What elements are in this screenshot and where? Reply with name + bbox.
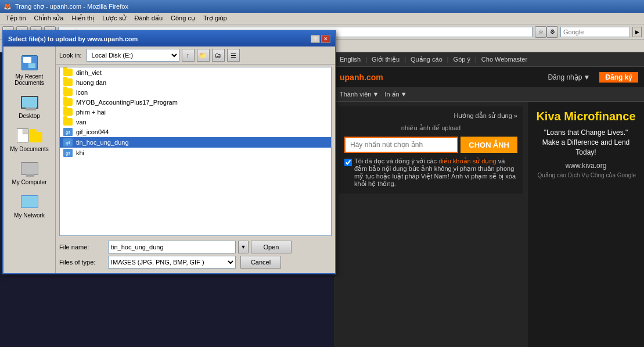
file-name: gif_icon044 <box>76 128 109 135</box>
desktop-label: Desktop <box>19 113 40 119</box>
list-item[interactable]: huong dan <box>60 77 331 87</box>
file-dialog-title-text: Select file(s) to upload by www.upanh.co… <box>8 35 138 42</box>
nav-ads[interactable]: Quảng cáo <box>411 56 442 63</box>
nav-webmaster[interactable]: Cho Webmaster <box>481 56 527 63</box>
desktop-icon <box>20 93 39 112</box>
subnav-print[interactable]: In ấn ▼ <box>384 91 406 98</box>
dialog-controls: ? ✕ <box>311 35 330 43</box>
sidebar-my-network[interactable]: My Network <box>6 190 53 221</box>
nav-new-folder-button[interactable]: 🗂 <box>212 49 225 62</box>
huong-dan-link[interactable]: Hướng dẫn sử dụng » <box>344 112 517 120</box>
nav-folder-button[interactable]: 📁 <box>197 49 210 62</box>
ad-banner[interactable]: Kiva Microfinance "Loans that Change Liv… <box>530 104 642 184</box>
open-button[interactable]: Open <box>251 241 292 253</box>
recent-docs-label: My Recent Documents <box>9 73 51 86</box>
gif-icon: gif <box>63 138 73 146</box>
gif-icon: gif <box>63 149 73 157</box>
search-submit-button[interactable]: ▶ <box>632 27 642 37</box>
my-computer-label: My Computer <box>12 179 46 185</box>
search-bar[interactable] <box>560 27 630 37</box>
website-logo: upanh.com <box>340 73 383 82</box>
login-button[interactable]: Đăng nhập ▼ <box>543 72 595 83</box>
folder-icon <box>63 118 73 126</box>
chon-anh-button[interactable]: CHON ẢNH <box>460 137 517 153</box>
dialog-help-button[interactable]: ? <box>311 35 320 43</box>
filename-row: File name: ▼ Open <box>59 241 332 253</box>
browser-title-bar: 🦊 Trang chợ - upanh.com - Mozilla Firefo… <box>0 0 644 13</box>
list-item[interactable]: gif gif_icon044 <box>60 127 331 137</box>
my-documents-label: My Documents <box>10 146 49 152</box>
terms-text: Tôi đã đọc và đồng ý với các điều khoản … <box>354 158 517 188</box>
look-in-dropdown[interactable]: Local Disk (E:) <box>87 49 179 62</box>
sidebar-recent-docs[interactable]: My Recent Documents <box>6 51 53 88</box>
menu-bookmarks[interactable]: Đánh dấu <box>131 14 166 23</box>
file-dialog-body: My Recent Documents Desktop My Documents <box>3 46 335 273</box>
file-name-dropdown[interactable]: ▼ <box>238 241 249 253</box>
ad-subtitle: "Loans that Change Lives." Make a Differ… <box>536 128 636 157</box>
website-panel: English | Giới thiệu | Quảng cáo | Góp ý… <box>334 52 644 347</box>
file-name-label: File name: <box>59 244 106 251</box>
file-dialog: Select file(s) to upload by www.upanh.co… <box>2 30 336 274</box>
file-dialog-main: Look in: Local Disk (E:) ↑ 📁 🗂 ☰ dinh_vi… <box>56 46 335 273</box>
nav-view-button[interactable]: ☰ <box>227 49 240 62</box>
nav-up-button[interactable]: ↑ <box>182 49 195 62</box>
menu-view[interactable]: Hiển thị <box>69 14 98 23</box>
list-item[interactable]: phim + hai <box>60 107 331 117</box>
terms-link[interactable]: điều khoản sử dụng <box>438 158 497 164</box>
menu-help[interactable]: Trợ giúp <box>200 14 231 23</box>
file-name: khi <box>76 149 84 156</box>
menu-bar: Tệp tin Chỉnh sửa Hiển thị Lược sử Đánh … <box>0 13 644 24</box>
upload-input-row: CHON ẢNH <box>344 137 517 153</box>
look-in-label: Look in: <box>59 52 82 59</box>
browser-icon: 🦊 <box>3 3 12 10</box>
register-button[interactable]: Đăng ký <box>599 72 638 83</box>
subnav-members[interactable]: Thành viên ▼ <box>340 91 379 98</box>
sidebar-my-computer[interactable]: My Computer <box>6 157 53 188</box>
terms-checkbox[interactable] <box>344 159 352 166</box>
upload-description: nhiều ảnh để upload <box>344 124 517 132</box>
folder-icon <box>63 78 73 86</box>
file-name-input[interactable] <box>108 241 236 253</box>
website-content: Hướng dẫn sử dụng » nhiều ảnh để upload … <box>334 102 644 347</box>
file-dialog-bottom: File name: ▼ Open Files of type: IMAGES … <box>56 238 335 273</box>
files-of-type-dropdown[interactable]: IMAGES (JPG, PNG, BMP, GIF ) <box>108 256 236 269</box>
list-item[interactable]: gif khi <box>60 148 331 158</box>
list-item-selected[interactable]: gif tin_hoc_ung_dung <box>60 137 331 148</box>
upload-file-input[interactable] <box>344 137 458 153</box>
filetype-row: Files of type: IMAGES (JPG, PNG, BMP, GI… <box>59 256 332 269</box>
cancel-button[interactable]: Cancel <box>240 256 281 269</box>
list-item[interactable]: MYOB_AccountingPlus17_Program <box>60 97 331 107</box>
my-computer-icon <box>20 159 39 178</box>
list-item[interactable]: dinh_viet <box>60 67 331 77</box>
nav-feedback[interactable]: Góp ý <box>454 56 470 63</box>
nav-about[interactable]: Giới thiệu <box>372 56 400 63</box>
sidebar-my-documents[interactable]: My Documents <box>6 124 53 155</box>
upload-area: Hướng dẫn sử dụng » nhiều ảnh để upload … <box>339 106 523 194</box>
website-sub-nav: Thành viên ▼ In ấn ▼ <box>334 87 644 102</box>
list-item[interactable]: van <box>60 117 331 127</box>
ad-title: Kiva Microfinance <box>536 110 636 123</box>
menu-history[interactable]: Lược sử <box>99 14 129 23</box>
folder-icon <box>63 69 73 76</box>
menu-tools[interactable]: Công cụ <box>167 14 199 23</box>
ad-url: www.kiva.org <box>536 162 636 170</box>
list-item[interactable]: icon <box>60 87 331 97</box>
file-dialog-title-bar: Select file(s) to upload by www.upanh.co… <box>3 31 335 46</box>
login-area: Đăng nhập ▼ Đăng ký <box>543 72 638 83</box>
search-go-button[interactable]: ⚙ <box>546 26 558 38</box>
menu-edit[interactable]: Chỉnh sửa <box>31 14 67 23</box>
gif-icon: gif <box>63 128 73 136</box>
files-of-type-label: Files of type: <box>59 259 106 266</box>
file-name: huong dan <box>76 79 106 86</box>
folder-icon <box>63 98 73 106</box>
file-name: MYOB_AccountingPlus17_Program <box>76 99 178 106</box>
nav-english[interactable]: English <box>340 56 361 63</box>
website-top-nav: English | Giới thiệu | Quảng cáo | Góp ý… <box>334 52 644 67</box>
main-content-area: Hướng dẫn sử dụng » nhiều ảnh để upload … <box>334 102 528 347</box>
ad-footer: Quảng cáo Dịch Vụ Công của Google <box>536 172 636 178</box>
menu-file[interactable]: Tệp tin <box>2 14 30 23</box>
sidebar-desktop[interactable]: Desktop <box>6 91 53 121</box>
file-dialog-sidebar: My Recent Documents Desktop My Documents <box>3 46 56 273</box>
file-name: dinh_viet <box>76 69 102 76</box>
dialog-close-button[interactable]: ✕ <box>321 35 330 43</box>
